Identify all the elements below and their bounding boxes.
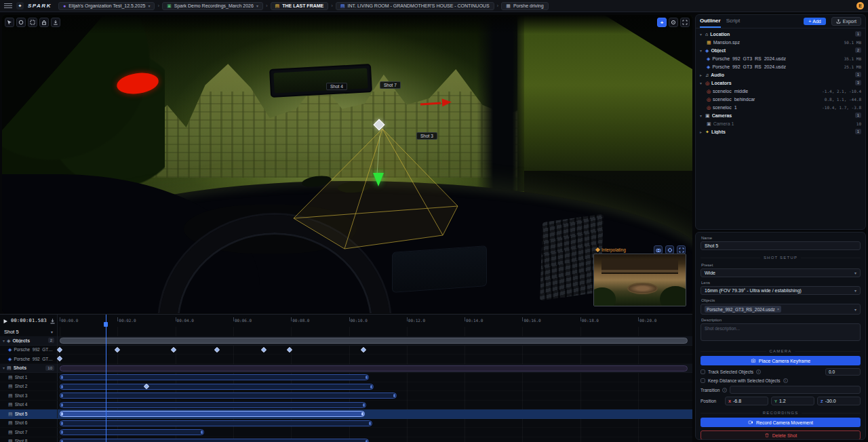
track-header[interactable]: ▾◈Objects2 <box>0 336 58 345</box>
track-header[interactable]: ◈Porsche_992_GT3_RS_... <box>0 346 58 355</box>
app-logo-icon[interactable]: ✦ <box>16 2 24 9</box>
export-button[interactable]: Export <box>831 17 861 26</box>
outliner-section[interactable]: ▸♫Audio1 <box>696 71 865 79</box>
object-chip[interactable]: Porsche_992_GT3_RS_2024.usdz × <box>705 306 781 313</box>
outliner-item[interactable]: ◎sceneloc_behindcar0.8, 1.1, -44.8 <box>696 95 865 103</box>
reset-view-button[interactable] <box>669 18 678 27</box>
breadcrumb-item[interactable]: ●Elijah's Organization Test_12.5.2025▾ <box>58 2 155 10</box>
position-x-input[interactable]: X -6.8 <box>725 397 768 405</box>
track-header[interactable]: ▤Shot 5 <box>0 409 58 418</box>
outliner-section[interactable]: ▾▣Cameras1 <box>696 111 865 119</box>
outliner-item[interactable]: ◈Porsche_992_GT3_RS_2024.usdz25.1 MB <box>696 62 865 71</box>
chevron-right-icon[interactable]: ▸ <box>698 73 703 77</box>
track-lane[interactable] <box>58 391 692 400</box>
track-lane[interactable] <box>58 382 692 391</box>
timeline-bar[interactable] <box>60 365 688 371</box>
shot-tag[interactable]: Shot 7 <box>380 81 401 89</box>
playhead-handle[interactable] <box>104 322 108 327</box>
outliner-section[interactable]: ▾◎Locators3 <box>696 79 865 87</box>
track-lane[interactable] <box>58 336 692 345</box>
track-distance-input[interactable] <box>825 368 861 376</box>
download-take-button[interactable] <box>50 316 56 326</box>
timeline-bar[interactable] <box>60 420 372 426</box>
timeline-track-row[interactable]: ▤Shot 3 <box>0 391 692 401</box>
add-object-button[interactable]: + <box>657 18 667 27</box>
track-lane[interactable] <box>58 419 692 428</box>
track-lane[interactable] <box>58 428 692 437</box>
track-header[interactable]: ▤Shot 1 <box>0 373 58 382</box>
lock-tool-button[interactable] <box>39 18 49 27</box>
viewport-3d-scene[interactable]: Shot 4 Shot 7 Shot 3 + Interpolating <box>2 15 692 313</box>
track-lane[interactable] <box>58 437 692 442</box>
chevron-down-icon[interactable]: ▾ <box>698 48 703 53</box>
shot-name-input[interactable] <box>701 241 861 250</box>
orbit-tool-button[interactable] <box>16 18 26 27</box>
timeline-bar[interactable] <box>60 429 204 435</box>
shot-tag[interactable]: Shot 3 <box>416 132 437 140</box>
keyframe-diamond[interactable] <box>260 346 266 352</box>
add-button[interactable]: + Add <box>804 18 826 25</box>
description-textarea[interactable] <box>701 323 861 341</box>
chevron-down-icon[interactable]: ▾ <box>698 32 703 37</box>
track-lane[interactable] <box>58 364 692 373</box>
timeline-track-row[interactable]: ▤Shot 4 <box>0 401 692 410</box>
track-lane[interactable] <box>58 401 692 409</box>
track-header[interactable]: ▤Shot 4 <box>0 401 58 409</box>
timeline-bar[interactable] <box>60 338 688 344</box>
info-icon[interactable]: i <box>756 369 761 374</box>
keyframe-diamond[interactable] <box>214 346 220 352</box>
track-header[interactable]: ▤Shot 3 <box>0 391 58 400</box>
outliner-section[interactable]: ▾⌂Location1 <box>696 30 865 38</box>
keep-distance-checkbox[interactable] <box>701 378 705 383</box>
place-camera-keyframe-button[interactable]: Place Camera Keyframe <box>701 356 861 365</box>
timeline-bar[interactable] <box>60 384 374 390</box>
lens-select[interactable]: 16mm (FOV 79.39° - Ultra wide / establis… <box>701 286 861 295</box>
outliner-section[interactable]: ▸✦Lights1 <box>696 127 865 136</box>
track-objects-checkbox[interactable] <box>701 369 705 374</box>
position-y-input[interactable]: Y 1.2 <box>771 397 814 405</box>
chevron-down-icon[interactable]: ▾ <box>698 113 703 118</box>
info-icon[interactable]: i <box>722 388 727 393</box>
preset-select[interactable]: Wide ▾ <box>701 268 861 277</box>
breadcrumb-item[interactable]: ▤THE LAST FRAME <box>271 2 329 10</box>
outliner-item[interactable]: ◎sceneloc_1-10.4, 1.7, -3.8 <box>696 103 865 111</box>
remove-chip-icon[interactable]: × <box>777 307 780 311</box>
keyframe-diamond[interactable] <box>57 356 62 361</box>
timeline-group-row[interactable]: ▾▤Shots10 <box>0 364 692 374</box>
timeline-track-row[interactable]: ◈Porsche_992_GT3_RS_... <box>0 355 692 364</box>
timeline-track-row[interactable]: ▤Shot 1 <box>0 373 692 382</box>
keyframe-diamond[interactable] <box>115 346 120 352</box>
tab-outliner[interactable]: Outliner <box>700 15 721 28</box>
chevron-down-icon[interactable]: ▾ <box>698 81 703 85</box>
camera-preview-pip[interactable] <box>593 254 686 306</box>
outliner-item[interactable]: ▦Mansion.spz50.1 MB <box>696 38 865 46</box>
timeline-track-row[interactable]: ◈Porsche_992_GT3_RS_... <box>0 346 692 355</box>
chevron-right-icon[interactable]: ▸ <box>698 129 703 134</box>
track-header[interactable]: ▤Shot 6 <box>0 419 58 428</box>
timeline-track-row[interactable]: ▤Shot 6 <box>0 419 692 428</box>
timeline-track-row[interactable]: ▤Shot 8 <box>0 437 692 442</box>
track-header[interactable]: ▾▤Shots10 <box>0 364 58 373</box>
import-tool-button[interactable] <box>51 18 60 27</box>
timeline-group-row[interactable]: ▾◈Objects2 <box>0 336 692 346</box>
breadcrumb-item[interactable]: ▤INT. LIVING ROOM - GRANDMOTHER'S HOUSE … <box>336 2 494 10</box>
select-tool-button[interactable] <box>5 18 14 27</box>
keyframe-diamond[interactable] <box>171 346 176 352</box>
outliner-item[interactable]: ◎sceneloc_middle-1.4, 2.1, -10.4 <box>696 87 865 95</box>
hamburger-menu-icon[interactable] <box>4 2 12 10</box>
timeline-bar[interactable] <box>60 393 397 399</box>
track-header[interactable]: ◈Porsche_992_GT3_RS_... <box>0 355 58 363</box>
position-z-input[interactable]: Z -30.0 <box>817 397 861 405</box>
fullscreen-button[interactable] <box>680 18 690 27</box>
marquee-tool-button[interactable] <box>28 18 37 27</box>
track-header[interactable]: ▤Shot 8 <box>0 437 58 442</box>
playhead[interactable] <box>106 315 106 442</box>
outliner-section[interactable]: ▾◈Object2 <box>696 46 865 54</box>
outliner-item[interactable]: ▣Camera 110 <box>696 119 865 127</box>
keyframe-diamond[interactable] <box>361 346 366 352</box>
locator-marker[interactable] <box>373 173 384 186</box>
keyframe-diamond[interactable] <box>57 346 62 352</box>
track-header[interactable]: ▤Shot 2 <box>0 382 58 391</box>
track-lane[interactable] <box>58 409 692 418</box>
user-avatar[interactable]: E <box>856 2 864 9</box>
